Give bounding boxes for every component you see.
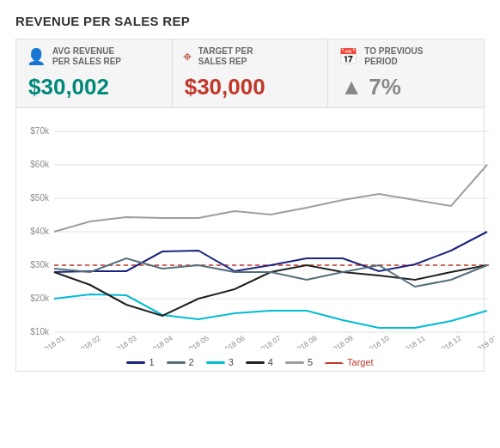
kpi-value-avg: $30,002 bbox=[28, 74, 109, 100]
chart-area: $70k $60k $50k $40k $30k $20k $10k 2018 … bbox=[15, 108, 485, 372]
legend-line-target bbox=[325, 362, 344, 364]
svg-text:2018 09: 2018 09 bbox=[328, 333, 355, 348]
kpi-header-target: ⌖ TARGET PERSALES REP bbox=[183, 46, 253, 67]
svg-text:$40k: $40k bbox=[30, 227, 50, 236]
legend-item-4: 4 bbox=[246, 357, 273, 367]
kpi-label-target: TARGET PERSALES REP bbox=[198, 46, 253, 67]
kpi-value-target: $30,000 bbox=[185, 74, 265, 100]
svg-text:2018 11: 2018 11 bbox=[400, 333, 427, 348]
legend-item-3: 3 bbox=[206, 357, 234, 367]
svg-text:2018 08: 2018 08 bbox=[292, 333, 319, 348]
legend-item-1: 1 bbox=[126, 357, 154, 367]
svg-text:2019 01: 2019 01 bbox=[473, 333, 494, 348]
chart-svg-wrap: $70k $60k $50k $40k $30k $20k $10k 2018 … bbox=[25, 117, 475, 352]
svg-text:$60k: $60k bbox=[30, 160, 50, 169]
kpi-header-avg: 👤 AVG REVENUEPER SALES REP bbox=[27, 46, 121, 67]
legend-item-target: Target bbox=[325, 357, 374, 367]
page-title: REVENUE PER SALES REP bbox=[15, 14, 485, 28]
main-container: REVENUE PER SALES REP 👤 AVG REVENUEPER S… bbox=[0, 0, 500, 380]
kpi-label-avg: AVG REVENUEPER SALES REP bbox=[52, 46, 121, 67]
legend-item-2: 2 bbox=[167, 357, 194, 367]
svg-text:2018 04: 2018 04 bbox=[148, 333, 174, 348]
svg-text:$70k: $70k bbox=[30, 126, 50, 136]
legend-line-2 bbox=[167, 361, 186, 364]
svg-text:$30k: $30k bbox=[30, 260, 50, 269]
svg-text:$10k: $10k bbox=[30, 327, 50, 336]
person-icon: 👤 bbox=[27, 47, 46, 66]
kpi-row: 👤 AVG REVENUEPER SALES REP $30,002 ⌖ TAR… bbox=[15, 39, 485, 108]
legend-line-1 bbox=[126, 361, 145, 364]
legend-label-target: Target bbox=[347, 357, 374, 367]
legend-label-3: 3 bbox=[229, 357, 234, 367]
chart-legend: 1 2 3 4 5 Target bbox=[25, 357, 475, 367]
kpi-label-previous: TO PREVIOUSPERIOD bbox=[364, 46, 423, 67]
legend-label-1: 1 bbox=[149, 357, 154, 367]
target-icon: ⌖ bbox=[183, 48, 192, 66]
kpi-value-previous: ▲ 7% bbox=[340, 74, 401, 100]
calendar-icon: 📅 bbox=[338, 47, 357, 66]
svg-text:2018 03: 2018 03 bbox=[112, 333, 138, 348]
legend-line-4 bbox=[246, 361, 265, 364]
svg-text:$50k: $50k bbox=[30, 193, 50, 203]
kpi-header-previous: 📅 TO PREVIOUSPERIOD bbox=[338, 46, 423, 67]
svg-text:2018 12: 2018 12 bbox=[436, 333, 463, 348]
legend-label-5: 5 bbox=[308, 357, 313, 367]
legend-line-3 bbox=[206, 361, 225, 364]
legend-item-5: 5 bbox=[285, 357, 313, 367]
legend-label-2: 2 bbox=[189, 357, 194, 367]
svg-text:2018 05: 2018 05 bbox=[184, 333, 210, 348]
legend-label-4: 4 bbox=[268, 357, 273, 367]
svg-text:2018 10: 2018 10 bbox=[364, 333, 391, 348]
kpi-target: ⌖ TARGET PERSALES REP $30,000 bbox=[173, 39, 329, 107]
svg-text:2018 06: 2018 06 bbox=[220, 333, 247, 348]
svg-text:2018 02: 2018 02 bbox=[76, 333, 102, 348]
svg-text:2018 07: 2018 07 bbox=[256, 333, 283, 348]
legend-line-5 bbox=[285, 361, 304, 364]
chart-svg: $70k $60k $50k $40k $30k $20k $10k 2018 … bbox=[25, 117, 494, 348]
svg-text:$20k: $20k bbox=[30, 294, 50, 303]
kpi-avg-revenue: 👤 AVG REVENUEPER SALES REP $30,002 bbox=[16, 39, 173, 107]
kpi-previous: 📅 TO PREVIOUSPERIOD ▲ 7% bbox=[328, 39, 484, 107]
